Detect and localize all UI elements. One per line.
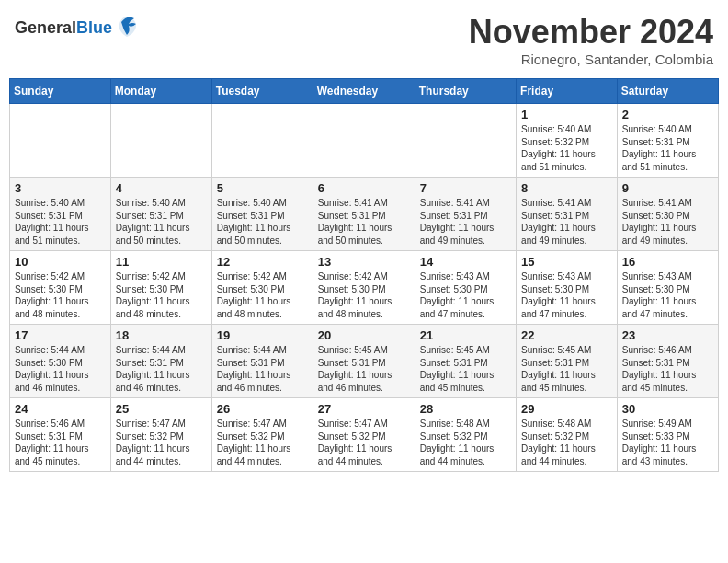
calendar-cell: 7Sunrise: 5:41 AM Sunset: 5:31 PM Daylig… (415, 178, 516, 251)
calendar-cell (313, 104, 415, 178)
day-header-friday: Friday (517, 79, 618, 104)
day-number: 7 (420, 181, 511, 195)
day-info: Sunrise: 5:42 AM Sunset: 5:30 PM Dayligh… (116, 270, 207, 320)
calendar-week-row: 24Sunrise: 5:46 AM Sunset: 5:31 PM Dayli… (10, 398, 719, 472)
calendar-week-row: 1Sunrise: 5:40 AM Sunset: 5:32 PM Daylig… (10, 104, 719, 178)
calendar-cell (10, 104, 111, 178)
day-number: 10 (15, 255, 106, 269)
day-header-sunday: Sunday (10, 79, 111, 104)
calendar-cell: 12Sunrise: 5:42 AM Sunset: 5:30 PM Dayli… (211, 251, 313, 325)
day-info: Sunrise: 5:44 AM Sunset: 5:30 PM Dayligh… (15, 344, 106, 394)
calendar-cell: 21Sunrise: 5:45 AM Sunset: 5:31 PM Dayli… (415, 325, 516, 398)
day-number: 20 (318, 328, 410, 342)
day-number: 29 (521, 402, 612, 416)
day-info: Sunrise: 5:44 AM Sunset: 5:31 PM Dayligh… (217, 344, 308, 394)
day-number: 27 (318, 402, 410, 416)
calendar-cell: 20Sunrise: 5:45 AM Sunset: 5:31 PM Dayli… (313, 325, 415, 398)
day-info: Sunrise: 5:48 AM Sunset: 5:32 PM Dayligh… (420, 418, 511, 467)
calendar-cell: 13Sunrise: 5:42 AM Sunset: 5:30 PM Dayli… (313, 251, 415, 325)
day-number: 30 (622, 402, 713, 416)
calendar-cell (211, 104, 313, 178)
calendar-cell: 8Sunrise: 5:41 AM Sunset: 5:31 PM Daylig… (517, 178, 618, 251)
calendar-cell: 3Sunrise: 5:40 AM Sunset: 5:31 PM Daylig… (10, 178, 111, 251)
day-header-saturday: Saturday (617, 79, 718, 104)
day-info: Sunrise: 5:42 AM Sunset: 5:30 PM Dayligh… (318, 270, 410, 320)
location-subtitle: Rionegro, Santander, Colombia (469, 52, 713, 67)
day-info: Sunrise: 5:44 AM Sunset: 5:31 PM Dayligh… (116, 344, 207, 394)
title-block: November 2024 Rionegro, Santander, Colom… (469, 13, 713, 67)
day-info: Sunrise: 5:40 AM Sunset: 5:32 PM Dayligh… (521, 123, 612, 173)
day-info: Sunrise: 5:43 AM Sunset: 5:30 PM Dayligh… (521, 270, 612, 320)
calendar-cell: 30Sunrise: 5:49 AM Sunset: 5:33 PM Dayli… (617, 398, 718, 472)
calendar-week-row: 3Sunrise: 5:40 AM Sunset: 5:31 PM Daylig… (10, 178, 719, 251)
calendar-cell: 22Sunrise: 5:45 AM Sunset: 5:31 PM Dayli… (517, 325, 618, 398)
day-number: 24 (15, 402, 106, 416)
calendar-cell: 24Sunrise: 5:46 AM Sunset: 5:31 PM Dayli… (10, 398, 111, 472)
calendar-cell (415, 104, 516, 178)
day-info: Sunrise: 5:40 AM Sunset: 5:31 PM Dayligh… (217, 197, 308, 247)
day-header-tuesday: Tuesday (211, 79, 313, 104)
calendar-cell: 4Sunrise: 5:40 AM Sunset: 5:31 PM Daylig… (110, 178, 211, 251)
day-number: 5 (217, 181, 308, 195)
day-header-wednesday: Wednesday (313, 79, 415, 104)
day-info: Sunrise: 5:46 AM Sunset: 5:31 PM Dayligh… (15, 418, 106, 467)
logo-blue: Blue (76, 18, 112, 37)
day-info: Sunrise: 5:41 AM Sunset: 5:31 PM Dayligh… (521, 197, 612, 247)
calendar-header-row: SundayMondayTuesdayWednesdayThursdayFrid… (10, 79, 719, 104)
day-number: 2 (622, 108, 713, 121)
month-year-title: November 2024 (469, 13, 713, 52)
day-number: 26 (217, 402, 308, 416)
day-info: Sunrise: 5:45 AM Sunset: 5:31 PM Dayligh… (420, 344, 511, 394)
day-number: 3 (15, 181, 106, 195)
calendar-cell (110, 104, 211, 178)
day-number: 18 (116, 328, 207, 342)
header: GeneralBlue November 2024 Rionegro, Sant… (9, 9, 719, 71)
calendar-table: SundayMondayTuesdayWednesdayThursdayFrid… (9, 78, 719, 472)
day-number: 22 (521, 328, 612, 342)
day-number: 13 (318, 255, 410, 269)
calendar-cell: 18Sunrise: 5:44 AM Sunset: 5:31 PM Dayli… (110, 325, 211, 398)
day-info: Sunrise: 5:47 AM Sunset: 5:32 PM Dayligh… (217, 418, 308, 467)
day-info: Sunrise: 5:41 AM Sunset: 5:31 PM Dayligh… (420, 197, 511, 247)
day-header-thursday: Thursday (415, 79, 516, 104)
day-number: 28 (420, 402, 511, 416)
day-number: 11 (116, 255, 207, 269)
day-number: 8 (521, 181, 612, 195)
day-number: 23 (622, 328, 713, 342)
calendar-cell: 29Sunrise: 5:48 AM Sunset: 5:32 PM Dayli… (517, 398, 618, 472)
calendar-cell: 15Sunrise: 5:43 AM Sunset: 5:30 PM Dayli… (517, 251, 618, 325)
day-number: 6 (318, 181, 410, 195)
calendar-week-row: 17Sunrise: 5:44 AM Sunset: 5:30 PM Dayli… (10, 325, 719, 398)
day-header-monday: Monday (110, 79, 211, 104)
day-info: Sunrise: 5:42 AM Sunset: 5:30 PM Dayligh… (217, 270, 308, 320)
day-info: Sunrise: 5:40 AM Sunset: 5:31 PM Dayligh… (15, 197, 106, 247)
day-info: Sunrise: 5:42 AM Sunset: 5:30 PM Dayligh… (15, 270, 106, 320)
day-info: Sunrise: 5:46 AM Sunset: 5:31 PM Dayligh… (622, 344, 713, 394)
calendar-cell: 10Sunrise: 5:42 AM Sunset: 5:30 PM Dayli… (10, 251, 111, 325)
day-number: 15 (521, 255, 612, 269)
logo: GeneralBlue (15, 13, 140, 43)
logo-general: General (15, 18, 76, 37)
day-number: 19 (217, 328, 308, 342)
calendar-cell: 9Sunrise: 5:41 AM Sunset: 5:30 PM Daylig… (617, 178, 718, 251)
day-info: Sunrise: 5:41 AM Sunset: 5:30 PM Dayligh… (622, 197, 713, 247)
day-number: 12 (217, 255, 308, 269)
calendar-cell: 23Sunrise: 5:46 AM Sunset: 5:31 PM Dayli… (617, 325, 718, 398)
day-info: Sunrise: 5:41 AM Sunset: 5:31 PM Dayligh… (318, 197, 410, 247)
day-info: Sunrise: 5:43 AM Sunset: 5:30 PM Dayligh… (622, 270, 713, 320)
calendar-cell: 6Sunrise: 5:41 AM Sunset: 5:31 PM Daylig… (313, 178, 415, 251)
calendar-cell: 11Sunrise: 5:42 AM Sunset: 5:30 PM Dayli… (110, 251, 211, 325)
day-number: 9 (622, 181, 713, 195)
logo-bird-icon (114, 13, 140, 43)
day-info: Sunrise: 5:40 AM Sunset: 5:31 PM Dayligh… (622, 123, 713, 173)
day-number: 17 (15, 328, 106, 342)
calendar-cell: 26Sunrise: 5:47 AM Sunset: 5:32 PM Dayli… (211, 398, 313, 472)
calendar-cell: 17Sunrise: 5:44 AM Sunset: 5:30 PM Dayli… (10, 325, 111, 398)
day-info: Sunrise: 5:45 AM Sunset: 5:31 PM Dayligh… (318, 344, 410, 394)
day-info: Sunrise: 5:40 AM Sunset: 5:31 PM Dayligh… (116, 197, 207, 247)
calendar-week-row: 10Sunrise: 5:42 AM Sunset: 5:30 PM Dayli… (10, 251, 719, 325)
day-info: Sunrise: 5:45 AM Sunset: 5:31 PM Dayligh… (521, 344, 612, 394)
calendar-cell: 25Sunrise: 5:47 AM Sunset: 5:32 PM Dayli… (110, 398, 211, 472)
calendar-cell: 28Sunrise: 5:48 AM Sunset: 5:32 PM Dayli… (415, 398, 516, 472)
day-number: 1 (521, 108, 612, 121)
